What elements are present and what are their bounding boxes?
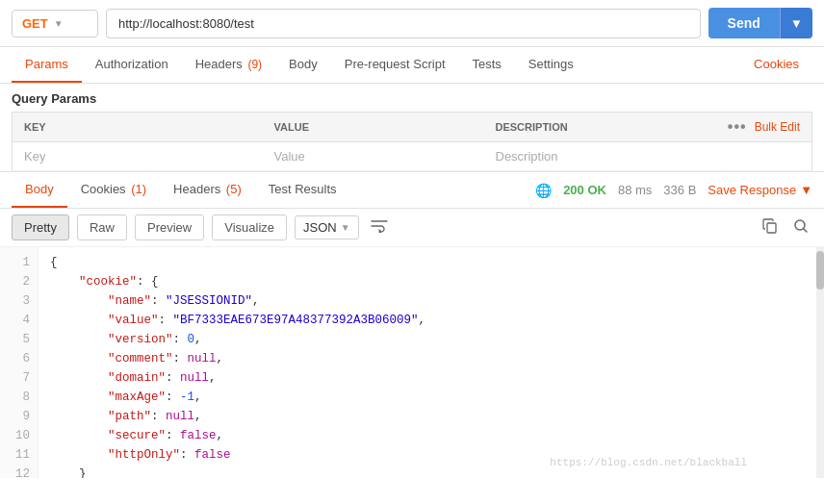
tab-settings[interactable]: Settings — [515, 47, 587, 83]
save-response-button[interactable]: Save Response ▼ — [708, 183, 812, 197]
save-response-chevron-icon: ▼ — [800, 183, 812, 197]
more-options-icon[interactable]: ••• — [728, 118, 747, 136]
query-params-section: Query Params KEY VALUE DESCRIPTION ••• B… — [0, 84, 824, 171]
body-actions — [759, 216, 812, 239]
format-label: JSON — [303, 220, 337, 235]
col-value-header: VALUE — [263, 113, 484, 142]
globe-icon: 🌐 — [535, 183, 552, 198]
tab-tests[interactable]: Tests — [459, 47, 515, 83]
desc-cell[interactable]: Description — [484, 142, 812, 171]
send-button-group: Send ▼ — [708, 8, 812, 38]
format-select[interactable]: JSON ▼ — [295, 215, 359, 239]
method-label: GET — [22, 16, 48, 31]
method-chevron-icon: ▼ — [54, 18, 64, 29]
params-table: KEY VALUE DESCRIPTION ••• Bulk Edit Key … — [12, 112, 812, 171]
response-tabs: Body Cookies (1) Headers (5) Test Result… — [0, 172, 824, 209]
col-desc-header: DESCRIPTION ••• Bulk Edit — [484, 113, 812, 142]
copy-icon[interactable] — [759, 216, 782, 239]
send-button[interactable]: Send — [708, 8, 780, 38]
resp-headers-badge: (5) — [226, 182, 242, 196]
view-raw-button[interactable]: Raw — [77, 214, 127, 240]
method-select[interactable]: GET ▼ — [12, 10, 98, 38]
json-content: { "cookie": { "name": "JSESSIONID", "val… — [39, 247, 824, 478]
headers-badge: (9) — [247, 58, 262, 71]
resp-tab-headers[interactable]: Headers (5) — [160, 172, 255, 208]
view-visualize-button[interactable]: Visualize — [212, 214, 287, 240]
search-icon[interactable] — [789, 216, 812, 239]
json-scrollbar-thumb[interactable] — [816, 251, 824, 290]
cookies-badge: (1) — [131, 182, 146, 196]
watermark: https://blog.csdn.net/blackball — [550, 455, 747, 472]
col-key-header: KEY — [13, 113, 263, 142]
response-meta: 🌐 200 OK 88 ms 336 B Save Response ▼ — [535, 183, 812, 198]
url-input[interactable] — [106, 9, 701, 38]
line-numbers: 12345678910111213 — [0, 247, 39, 478]
wrap-icon[interactable] — [367, 215, 392, 239]
response-section: Body Cookies (1) Headers (5) Test Result… — [0, 171, 824, 478]
json-scrollbar[interactable] — [816, 247, 824, 478]
tab-headers[interactable]: Headers (9) — [182, 47, 275, 83]
tab-body[interactable]: Body — [275, 47, 331, 83]
resp-tab-body[interactable]: Body — [12, 172, 67, 208]
key-cell[interactable]: Key — [13, 142, 263, 171]
value-cell[interactable]: Value — [263, 142, 484, 171]
tab-cookies-right[interactable]: Cookies — [740, 47, 812, 83]
top-bar: GET ▼ Send ▼ — [0, 0, 824, 47]
tab-params[interactable]: Params — [12, 47, 82, 83]
resp-tab-cookies[interactable]: Cookies (1) — [67, 172, 160, 208]
resp-tab-test-results[interactable]: Test Results — [255, 172, 350, 208]
tab-pre-request[interactable]: Pre-request Script — [331, 47, 459, 83]
response-size: 336 B — [663, 183, 696, 197]
response-time: 88 ms — [618, 183, 652, 197]
json-viewer: 12345678910111213 { "cookie": { "name": … — [0, 247, 824, 478]
body-toolbar: Pretty Raw Preview Visualize JSON ▼ — [0, 209, 824, 247]
bulk-edit-button[interactable]: Bulk Edit — [755, 120, 800, 134]
svg-rect-0 — [767, 223, 776, 233]
request-tabs: Params Authorization Headers (9) Body Pr… — [0, 47, 824, 84]
tab-authorization[interactable]: Authorization — [82, 47, 182, 83]
format-chevron-icon: ▼ — [341, 222, 350, 233]
query-params-title: Query Params — [12, 91, 812, 106]
send-arrow-button[interactable]: ▼ — [780, 8, 812, 38]
table-row: Key Value Description — [13, 142, 812, 171]
view-pretty-button[interactable]: Pretty — [12, 214, 69, 240]
response-status: 200 OK — [563, 183, 606, 197]
view-preview-button[interactable]: Preview — [135, 214, 204, 240]
